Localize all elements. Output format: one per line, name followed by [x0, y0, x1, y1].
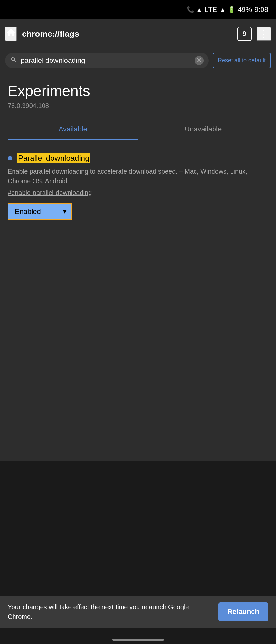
home-button[interactable] [5, 27, 17, 41]
search-icon [10, 56, 17, 65]
battery-percent: 49% [238, 5, 252, 14]
version-text: 78.0.3904.108 [8, 102, 268, 110]
page-title: Experiments [8, 82, 268, 100]
experiment-link[interactable]: #enable-parallel-downloading [8, 189, 268, 197]
relaunch-button[interactable]: Relaunch [218, 602, 268, 621]
wifi-icon: ▲ [196, 6, 202, 13]
experiments-list: Parallel downloading Enable parallel dow… [8, 140, 268, 236]
tab-count-button[interactable]: 9 [237, 27, 252, 41]
signal-icon: ▲ [220, 6, 225, 13]
menu-button[interactable]: ⋮ [257, 27, 271, 41]
reset-all-button[interactable]: Reset all to default [213, 53, 271, 68]
main-content: Experiments 78.0.3904.108 Available Unav… [0, 73, 276, 461]
experiment-indicator-dot [8, 156, 12, 160]
lte-label: LTE [205, 5, 217, 14]
experiment-select-wrapper: Default Enabled Disabled ▼ [8, 203, 72, 220]
experiment-header: Parallel downloading [8, 153, 268, 163]
clear-search-button[interactable]: ✕ [195, 56, 204, 65]
notification-message: Your changes will take effect the next t… [8, 602, 212, 621]
status-bar: 📞 ▲ LTE ▲ 🔋 49% 9:08 [0, 0, 276, 19]
tab-available[interactable]: Available [8, 119, 138, 140]
search-input[interactable] [21, 56, 191, 65]
url-prefix: chrome:// [22, 29, 60, 39]
status-icons: 📞 ▲ LTE ▲ 🔋 49% 9:08 [187, 5, 268, 14]
phone-lte-icon: 📞 [187, 6, 194, 13]
clock: 9:08 [254, 5, 268, 14]
experiment-title: Parallel downloading [17, 153, 90, 163]
search-bar-container: ✕ Reset all to default [0, 48, 276, 73]
tabs-container: Available Unavailable [8, 119, 268, 140]
experiment-item: Parallel downloading Enable parallel dow… [8, 148, 268, 228]
url-bold: flags [60, 29, 79, 39]
url-bar[interactable]: chrome://flags [22, 29, 232, 39]
experiment-enabled-select[interactable]: Default Enabled Disabled [8, 203, 72, 220]
tab-unavailable[interactable]: Unavailable [138, 119, 269, 140]
browser-bar: chrome://flags 9 ⋮ [0, 19, 276, 48]
home-indicator [112, 639, 164, 641]
search-wrapper: ✕ [5, 53, 209, 68]
battery-icon: 🔋 [228, 6, 235, 13]
experiment-description: Enable parallel downloading to accelerat… [8, 167, 268, 186]
bottom-notification-bar: Your changes will take effect the next t… [0, 596, 276, 628]
